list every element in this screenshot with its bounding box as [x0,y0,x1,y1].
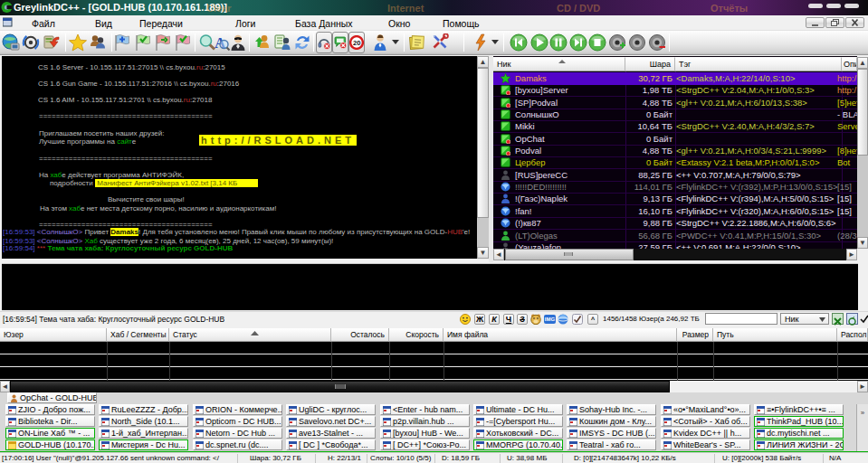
svg-text:20: 20 [353,39,360,47]
